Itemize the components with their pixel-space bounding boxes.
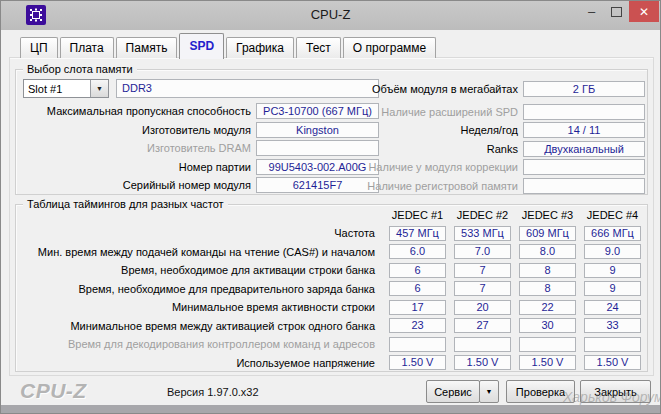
module-size-value: 2 ГБ xyxy=(523,81,645,97)
memory-slot-select[interactable]: Slot #1 ▼ xyxy=(23,79,109,98)
slot-right-column: Объём модуля в мегабайтах 2 ГБ Наличие р… xyxy=(364,79,645,195)
row-label: Минимальное время между активацией строк… xyxy=(24,320,381,332)
table-row-frequency: Частота 457 МГц 533 МГц 609 МГц 666 МГц xyxy=(24,224,641,243)
column-header-jedec1: JEDEC #1 xyxy=(389,209,446,221)
maximize-button[interactable] xyxy=(604,1,629,22)
timings-header-row: JEDEC #1 JEDEC #2 JEDEC #3 JEDEC #4 xyxy=(24,208,641,222)
memory-slot-legend: Выбор слота памяти xyxy=(23,62,137,77)
cell-value: 9 xyxy=(584,263,641,278)
cell-value: 533 МГц xyxy=(454,226,511,241)
module-manufacturer-label: Изготовитель модуля xyxy=(23,124,256,136)
cell-value: 17 xyxy=(389,300,446,315)
module-size-label: Объём модуля в мегабайтах xyxy=(364,83,523,95)
window-bottom-border xyxy=(1,405,660,413)
cell-value: 20 xyxy=(454,300,511,315)
max-bandwidth-row: Максимальная пропускная способность PC3-… xyxy=(23,102,379,121)
registered-value xyxy=(523,178,645,194)
cell-value: 6 xyxy=(389,281,446,296)
correction-label: Наличие у модуля коррекции xyxy=(364,161,523,173)
tab-bench[interactable]: Тест xyxy=(296,37,341,58)
cell-value: 666 МГц xyxy=(584,226,641,241)
table-row-command-rate: Время для декодирования контроллером ком… xyxy=(24,335,641,354)
tab-mainboard[interactable]: Плата xyxy=(60,37,114,58)
cell-value: 6.0 xyxy=(389,244,446,259)
week-year-value: 14 / 11 xyxy=(523,122,645,138)
version-text: Версия 1.97.0.x32 xyxy=(167,386,259,398)
spd-ext-label: Наличие расширений SPD xyxy=(364,106,523,118)
serial-number-value: 621415F7 xyxy=(256,177,379,193)
registered-label: Наличие регистровой памяти xyxy=(364,180,523,192)
part-number-label: Номер партии xyxy=(23,161,256,173)
dram-manufacturer-label: Изготовитель DRAM xyxy=(23,142,256,154)
part-number-row: Номер партии 99U5403-002.A00G xyxy=(23,158,379,177)
tab-cpu[interactable]: ЦП xyxy=(20,37,58,58)
table-row-voltage: Используемое напряжение 1.50 V 1.50 V 1.… xyxy=(24,354,641,373)
tab-strip: ЦП Плата Память SPD Графика Тест О прогр… xyxy=(20,32,438,58)
module-manufacturer-value: Kingston xyxy=(256,122,379,138)
module-size-row: Объём модуля в мегабайтах 2 ГБ xyxy=(364,79,645,98)
chevron-down-icon: ▼ xyxy=(96,85,103,92)
service-dropdown-button[interactable]: ▼ xyxy=(479,380,499,403)
cell-value: 9.0 xyxy=(584,244,641,259)
timings-rows: Частота 457 МГц 533 МГц 609 МГц 666 МГц … xyxy=(24,224,641,372)
memory-slot-select-arrow[interactable]: ▼ xyxy=(90,80,108,97)
titlebar[interactable]: CPU-Z – ✕ xyxy=(1,1,660,30)
timings-groupbox: Таблица таймингов для разных частот JEDE… xyxy=(15,204,648,372)
module-manufacturer-row: Изготовитель модуля Kingston xyxy=(23,121,379,140)
cpuz-logo: CPU-Z xyxy=(20,379,87,403)
memory-type-field: DDR3 xyxy=(116,79,379,98)
cell-value: 7 xyxy=(454,263,511,278)
tab-graphics[interactable]: Графика xyxy=(226,37,294,58)
table-row-cas-latency: Мин. время между подачей команды на чтен… xyxy=(24,243,641,262)
validate-button[interactable]: Проверка xyxy=(506,380,575,403)
close-app-button[interactable]: Закрыть xyxy=(580,380,651,403)
cell-value: 6 xyxy=(389,263,446,278)
max-bandwidth-label: Максимальная пропускная способность xyxy=(23,105,256,117)
cell-value: 8 xyxy=(519,263,576,278)
cell-value xyxy=(584,337,641,352)
correction-row: Наличие у модуля коррекции xyxy=(364,158,645,177)
cell-value: 1.50 V xyxy=(389,355,446,370)
table-row-ras-precharge: Время, необходимое для предварительного … xyxy=(24,280,641,299)
cell-value: 8 xyxy=(519,281,576,296)
row-label: Время для декодирования контроллером ком… xyxy=(24,338,381,350)
cell-value: 27 xyxy=(454,318,511,333)
ranks-value: Двухканальный xyxy=(523,141,645,157)
cpuz-window: CPU-Z – ✕ ЦП Плата Память SPD Графика Те… xyxy=(0,0,661,414)
cell-value: 8.0 xyxy=(519,244,576,259)
column-header-jedec3: JEDEC #3 xyxy=(519,209,576,221)
row-label: Минимальное время активности строки xyxy=(24,301,381,313)
minimize-button[interactable]: – xyxy=(579,1,604,22)
tab-about[interactable]: О программе xyxy=(343,37,436,58)
slot-left-column: Максимальная пропускная способность PC3-… xyxy=(23,102,379,195)
cell-value: 609 МГц xyxy=(519,226,576,241)
cell-value: 7 xyxy=(454,281,511,296)
week-year-row: Неделя/год 14 / 11 xyxy=(364,121,645,140)
service-button[interactable]: Сервис xyxy=(426,380,480,403)
chevron-down-icon: ▼ xyxy=(486,388,493,395)
dram-manufacturer-row: Изготовитель DRAM xyxy=(23,139,379,158)
dram-manufacturer-value xyxy=(256,140,379,156)
tab-memory[interactable]: Память xyxy=(116,37,178,58)
cell-value: 23 xyxy=(389,318,446,333)
close-button[interactable]: ✕ xyxy=(629,1,659,22)
correction-value xyxy=(523,159,645,175)
max-bandwidth-value: PC3-10700 (667 МГц) xyxy=(256,103,379,119)
cell-value: 24 xyxy=(584,300,641,315)
row-label: Время, необходимое для предварительного … xyxy=(24,283,381,295)
table-row-ras-to-cas: Время, необходимое для активации строки … xyxy=(24,261,641,280)
row-label: Время, необходимое для активации строки … xyxy=(24,264,381,276)
cell-value xyxy=(454,337,511,352)
cell-value: 33 xyxy=(584,318,641,333)
cell-value xyxy=(389,337,446,352)
table-row-trc: Минимальное время между активацией строк… xyxy=(24,317,641,336)
cell-value: 30 xyxy=(519,318,576,333)
column-header-jedec4: JEDEC #4 xyxy=(584,209,641,221)
maximize-icon xyxy=(611,7,622,17)
serial-number-label: Серийный номер модуля xyxy=(23,179,256,191)
cell-value: 457 МГц xyxy=(389,226,446,241)
week-year-label: Неделя/год xyxy=(364,124,523,136)
minimize-icon: – xyxy=(588,4,595,19)
close-icon: ✕ xyxy=(639,5,649,19)
tab-spd[interactable]: SPD xyxy=(179,33,224,59)
